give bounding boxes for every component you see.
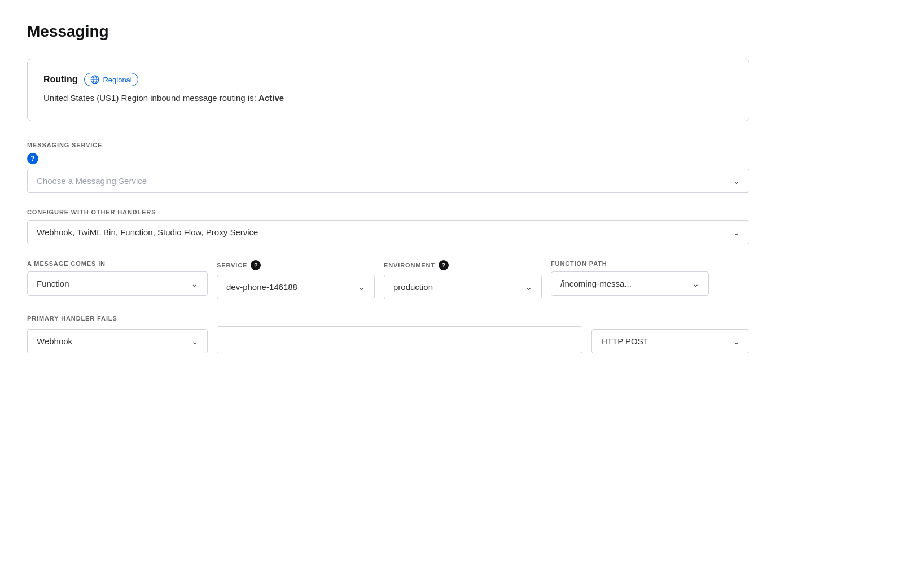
http-method-chevron-icon: ⌄ bbox=[733, 337, 740, 346]
environment-select[interactable]: production ⌄ bbox=[384, 275, 542, 299]
environment-chevron-icon: ⌄ bbox=[525, 283, 532, 292]
routing-status-value: Active bbox=[258, 93, 284, 103]
messaging-service-select[interactable]: Choose a Messaging Service ⌄ bbox=[27, 169, 749, 193]
configure-handlers-select[interactable]: Webhook, TwiML Bin, Function, Studio Flo… bbox=[27, 220, 749, 244]
messaging-service-placeholder: Choose a Messaging Service bbox=[37, 176, 147, 186]
primary-handler-row: Webhook ⌄ HTTP POST ⌄ bbox=[27, 326, 749, 353]
primary-webhook-select[interactable]: Webhook ⌄ bbox=[27, 329, 208, 353]
service-select[interactable]: dev-phone-146188 ⌄ bbox=[217, 275, 375, 299]
http-method-column: HTTP POST ⌄ bbox=[591, 329, 749, 353]
environment-help-icon[interactable]: ? bbox=[439, 260, 449, 270]
primary-webhook-chevron-icon: ⌄ bbox=[191, 337, 198, 346]
configure-handlers-label: CONFIGURE WITH OTHER HANDLERS bbox=[27, 209, 749, 216]
http-method-select[interactable]: HTTP POST ⌄ bbox=[591, 329, 749, 353]
message-handler-row: A MESSAGE COMES IN Function ⌄ SERVICE ? … bbox=[27, 260, 749, 299]
routing-header: Routing Regional bbox=[43, 73, 733, 86]
function-path-column: FUNCTION PATH /incoming-messa... ⌄ bbox=[551, 260, 709, 299]
function-path-select[interactable]: /incoming-messa... ⌄ bbox=[551, 271, 709, 296]
environment-label-row: ENVIRONMENT ? bbox=[384, 260, 542, 270]
routing-card: Routing Regional United States (US1) Reg… bbox=[27, 59, 749, 121]
message-comes-in-column: A MESSAGE COMES IN Function ⌄ bbox=[27, 260, 208, 299]
message-comes-in-label: A MESSAGE COMES IN bbox=[27, 260, 106, 267]
messaging-service-help-icon[interactable]: ? bbox=[27, 153, 38, 164]
function-path-label: FUNCTION PATH bbox=[551, 260, 607, 267]
page-title: Messaging bbox=[27, 23, 876, 41]
messaging-service-label: MESSAGING SERVICE bbox=[27, 142, 749, 148]
primary-webhook-column: Webhook ⌄ bbox=[27, 329, 208, 353]
regional-badge[interactable]: Regional bbox=[84, 73, 138, 86]
configure-handlers-chevron-icon: ⌄ bbox=[733, 228, 740, 237]
routing-title: Routing bbox=[43, 74, 77, 85]
message-comes-in-select[interactable]: Function ⌄ bbox=[27, 271, 208, 296]
http-method-value: HTTP POST bbox=[601, 336, 648, 346]
routing-status: United States (US1) Region inbound messa… bbox=[43, 93, 733, 103]
environment-label: ENVIRONMENT bbox=[384, 262, 435, 269]
service-column: SERVICE ? dev-phone-146188 ⌄ bbox=[217, 260, 375, 299]
function-path-label-row: FUNCTION PATH bbox=[551, 260, 709, 267]
function-path-value: /incoming-messa... bbox=[560, 279, 632, 288]
primary-handler-label: PRIMARY HANDLER FAILS bbox=[27, 315, 749, 322]
messaging-service-chevron-icon: ⌄ bbox=[733, 177, 740, 186]
service-label: SERVICE bbox=[217, 262, 247, 269]
service-help-icon[interactable]: ? bbox=[251, 260, 261, 270]
environment-column: ENVIRONMENT ? production ⌄ bbox=[384, 260, 542, 299]
globe-icon bbox=[90, 75, 99, 84]
environment-value: production bbox=[393, 282, 433, 292]
message-comes-in-chevron-icon: ⌄ bbox=[191, 279, 198, 288]
primary-url-column bbox=[217, 326, 582, 353]
service-chevron-icon: ⌄ bbox=[358, 283, 365, 292]
primary-url-input[interactable] bbox=[217, 326, 582, 353]
primary-handler-section: PRIMARY HANDLER FAILS Webhook ⌄ HTTP POS… bbox=[27, 315, 749, 353]
message-comes-in-value: Function bbox=[37, 279, 69, 288]
service-value: dev-phone-146188 bbox=[226, 282, 297, 292]
message-comes-in-label-row: A MESSAGE COMES IN bbox=[27, 260, 208, 267]
service-label-row: SERVICE ? bbox=[217, 260, 375, 270]
messaging-service-section: MESSAGING SERVICE ? Choose a Messaging S… bbox=[27, 142, 749, 193]
function-path-chevron-icon: ⌄ bbox=[692, 279, 699, 288]
configure-handlers-value: Webhook, TwiML Bin, Function, Studio Flo… bbox=[37, 227, 258, 237]
routing-status-text: United States (US1) Region inbound messa… bbox=[43, 93, 256, 103]
primary-webhook-value: Webhook bbox=[37, 336, 72, 346]
configure-handlers-section: CONFIGURE WITH OTHER HANDLERS Webhook, T… bbox=[27, 209, 749, 244]
regional-badge-label: Regional bbox=[103, 76, 131, 84]
